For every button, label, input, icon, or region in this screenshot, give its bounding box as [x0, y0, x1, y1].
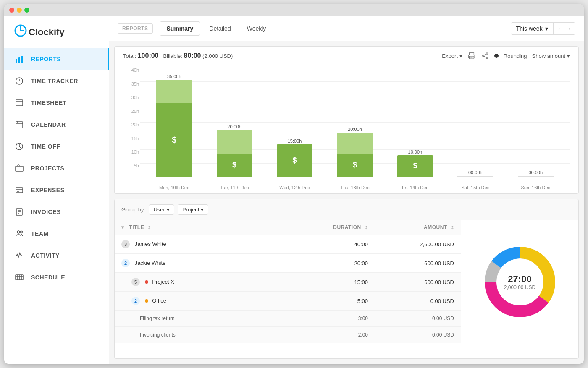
donut-center: 27:00 2,000.00 USD	[504, 274, 536, 290]
maximize-btn[interactable]	[24, 8, 29, 13]
invoices-icon	[14, 207, 24, 217]
schedule-icon	[14, 272, 24, 282]
svg-line-43	[484, 56, 486, 58]
bar-wed: 15:00h $	[277, 138, 312, 177]
export-chevron-icon: ▾	[459, 53, 462, 59]
billable-amount: (2,000 USD)	[202, 53, 233, 59]
tab-weekly[interactable]: Weekly	[240, 21, 273, 36]
titlebar	[4, 4, 584, 16]
row-amount: 2,600.00 USD	[375, 235, 461, 254]
svg-rect-5	[21, 56, 23, 63]
rounding-button[interactable]: Rounding	[504, 53, 527, 59]
group-project-chevron: ▾	[201, 206, 204, 213]
donut-chart: 27:00 2,000.00 USD	[478, 240, 562, 324]
bar-label-thu: 20:00h	[348, 127, 362, 132]
sidebar-item-reports[interactable]: REPORTS	[4, 48, 109, 70]
sidebar-label-team: TEAM	[31, 230, 49, 237]
close-btn[interactable]	[9, 8, 14, 13]
week-selector: This week ▾ ‹ ›	[511, 22, 575, 35]
col-title: ▾ TITLE ⇕	[115, 220, 288, 235]
bar-stack-thu: $	[337, 133, 373, 177]
week-label-text: This week	[516, 25, 543, 32]
table-row[interactable]: Invoicing clients 2:00 0.00 USD	[115, 327, 461, 343]
table-row[interactable]: Filing tax return 3:00 0.00 USD	[115, 311, 461, 327]
duration-sort-icon[interactable]: ⇕	[365, 225, 368, 230]
sidebar-item-time-off[interactable]: TIME OFF	[4, 136, 109, 157]
group-project-button[interactable]: Project ▾	[178, 204, 208, 215]
tabs: Summary Detailed Weekly	[160, 21, 273, 36]
sidebar-item-calendar[interactable]: CALENDAR	[4, 114, 109, 136]
sidebar-item-activity[interactable]: ACTIVITY	[4, 245, 109, 266]
y-axis: 40h 35h 30h 25h 20h 15h 10h 5h	[123, 68, 139, 177]
expand-all-icon[interactable]: ▾	[121, 224, 124, 230]
sidebar-label-activity: ACTIVITY	[31, 252, 60, 259]
activity-icon	[14, 251, 24, 261]
next-week-button[interactable]: ›	[564, 23, 575, 34]
chevron-down-icon: ▾	[545, 25, 548, 32]
bar-stack-fri: $	[397, 155, 433, 177]
sidebar-item-invoices[interactable]: INVOICES	[4, 201, 109, 223]
bar-mon: 35:00h $	[156, 74, 192, 177]
export-label: Export	[442, 53, 458, 59]
svg-point-40	[483, 55, 484, 57]
row-num: 2	[131, 297, 140, 305]
show-amount-label: Show amount	[532, 53, 566, 59]
chart-actions: Export ▾ Rounding Show amount	[442, 52, 570, 60]
bar-tue: 20:00h $	[217, 124, 252, 177]
share-icon[interactable]	[481, 52, 489, 60]
show-amount-button[interactable]: Show amount ▾	[532, 53, 570, 59]
logo-text: Clockify	[29, 27, 65, 38]
bar-stack-mon: $	[156, 80, 192, 177]
row-amount: 0.00 USD	[375, 327, 461, 343]
row-title: 2 Office	[115, 292, 288, 311]
export-button[interactable]: Export ▾	[442, 53, 462, 59]
tab-detailed[interactable]: Detailed	[202, 21, 238, 36]
amount-sort-icon[interactable]: ⇕	[451, 225, 454, 230]
print-icon[interactable]	[467, 52, 476, 60]
dot-icon[interactable]	[494, 54, 499, 58]
bar-label-tue: 20:00h	[227, 124, 242, 129]
table-row[interactable]: 5 Project X 15:00 600.00 USD	[115, 273, 461, 292]
table-row[interactable]: 2 Jackie White 20:00 600.00 USD	[115, 254, 461, 273]
row-duration: 2:00	[288, 327, 375, 343]
row-amount: 0.00 USD	[375, 292, 461, 311]
group-user-label: User	[153, 206, 165, 213]
sidebar-item-team[interactable]: TEAM	[4, 223, 109, 245]
bar-label-sun: 00:00h	[528, 170, 543, 175]
svg-rect-4	[18, 57, 20, 63]
row-title: 3 James White	[115, 235, 288, 254]
x-label-wed: Wed, 12th Dec	[277, 185, 312, 190]
title-sort-icon[interactable]: ⇕	[147, 225, 151, 230]
table-row[interactable]: 3 James White 40:00 2,600.00 USD	[115, 235, 461, 254]
sidebar-item-timesheet[interactable]: TIMESHEET	[4, 92, 109, 114]
row-title: Filing tax return	[115, 311, 288, 327]
topbar: REPORTS Summary Detailed Weekly This wee…	[109, 16, 584, 41]
bar-nonbillable-mon	[156, 80, 192, 103]
sidebar-item-projects[interactable]: PROJECTS	[4, 157, 109, 179]
tab-summary[interactable]: Summary	[160, 21, 201, 36]
sidebar-label-expenses: EXPENSES	[31, 187, 64, 193]
sidebar-label-time-off: TIME OFF	[31, 143, 60, 150]
x-label-sun: Sun, 16th Dec	[518, 185, 554, 190]
row-title: Invoicing clients	[115, 327, 288, 343]
data-table: ▾ TITLE ⇕ DURATION ⇕ AMO	[115, 220, 578, 343]
sidebar-label-invoices: INVOICES	[31, 209, 61, 215]
total-value: 100:00	[138, 52, 159, 59]
chart-header: Total: 100:00 Billable: 80:00 (2,000 USD…	[123, 52, 570, 60]
total-label: Total:	[123, 53, 136, 59]
x-axis: Mon, 10th Dec Tue, 11th Dec Wed, 12th De…	[140, 185, 570, 190]
minimize-btn[interactable]	[17, 8, 22, 13]
sidebar-item-time-tracker[interactable]: TIME TRACKER	[4, 70, 109, 92]
sidebar-item-schedule[interactable]: SCHEDULE	[4, 266, 109, 288]
week-label[interactable]: This week ▾	[511, 23, 554, 34]
svg-point-29	[21, 231, 23, 233]
table-left: ▾ TITLE ⇕ DURATION ⇕ AMO	[115, 220, 461, 343]
clock-icon	[14, 76, 24, 86]
y-label-30h: 30h	[123, 95, 139, 100]
col-amount: AMOUNT ⇕	[375, 220, 461, 235]
prev-week-button[interactable]: ‹	[554, 23, 564, 34]
table-row[interactable]: 2 Office 5:00 0.00 USD	[115, 292, 461, 311]
report-table: ▾ TITLE ⇕ DURATION ⇕ AMO	[115, 220, 461, 343]
sidebar-item-expenses[interactable]: EXPENSES	[4, 179, 109, 201]
group-user-button[interactable]: User ▾	[149, 204, 174, 215]
